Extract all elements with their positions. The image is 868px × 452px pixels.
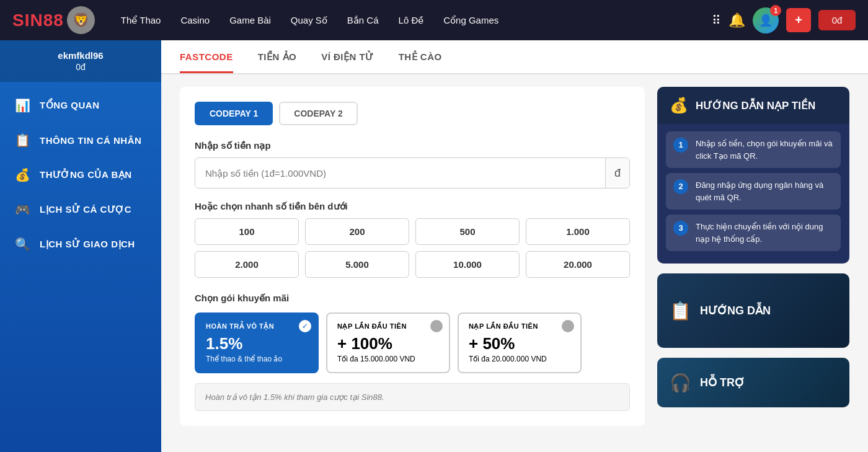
nav-item-cổnggames[interactable]: Cổng Games — [442, 12, 500, 29]
bell-icon[interactable]: 🔔 — [728, 12, 745, 29]
nav-item-gamebài[interactable]: Game Bài — [228, 12, 272, 29]
sidebar-icon: 🔍 — [15, 237, 31, 252]
nav-item-thểthao[interactable]: Thể Thao — [120, 12, 162, 29]
sidebar-username: ekmfkdl96 — [12, 50, 149, 61]
sidebar-icon: 🎮 — [15, 202, 31, 217]
avatar-badge: 1 — [770, 5, 781, 16]
amount-btn-100[interactable]: 100 — [195, 218, 299, 245]
guide2-title: HƯỚNG DẪN — [700, 304, 771, 317]
main-nav: Thể ThaoCasinoGame BàiQuay SốBắn CáLô Đề… — [120, 12, 500, 29]
payment-tab-thẻcào[interactable]: THẺ CÀO — [399, 40, 442, 73]
codepay-tab-codepay1[interactable]: CODEPAY 1 — [195, 102, 273, 125]
logo-lion-icon: 🦁 — [67, 6, 95, 34]
amount-btn-500[interactable]: 500 — [415, 218, 520, 245]
promo-check-1 — [430, 320, 443, 332]
amount-btn-200[interactable]: 200 — [305, 218, 409, 245]
nav-item-casino[interactable]: Casino — [179, 12, 211, 29]
payment-tab-tiềnảo[interactable]: TIỀN ẢO — [258, 40, 297, 73]
promo-cards: ✓ HOÀN TRẢ VÔ TẬN 1.5% Thể thao & thể th… — [195, 312, 630, 373]
step-text-1: Đăng nhập ứng dụng ngân hàng và quét mã … — [696, 179, 833, 203]
amount-label: Nhập số tiền nạp — [195, 140, 630, 151]
guide3-icon: 🎧 — [670, 373, 691, 393]
sidebar-item-lịchsửgiaodịch[interactable]: 🔍 LỊCH SỬ GIAO DỊCH — [0, 227, 161, 262]
amount-btn-2.000[interactable]: 2.000 — [195, 251, 299, 278]
sidebar-icon: 💰 — [15, 167, 31, 182]
form-area: CODEPAY 1CODEPAY 2 Nhập số tiền nạp đ Ho… — [180, 87, 645, 426]
nav-item-lôđề[interactable]: Lô Đề — [397, 12, 425, 29]
main-layout: ekmfkdl96 0đ 📊 TỔNG QUAN📋 THÔNG TIN CÁ N… — [0, 40, 868, 452]
promo-card-2[interactable]: NẠP LẦN ĐẦU TIÊN + 50% Tối đa 20.000.000… — [458, 312, 582, 373]
promo-percent-2: + 50% — [469, 334, 570, 353]
amount-btn-10.000[interactable]: 10.000 — [415, 251, 520, 278]
promo-note: Hoàn trả vô tận 1.5% khi tham gia cược t… — [195, 383, 630, 411]
guide-steps: 1 Nhập số tiền, chọn gói khuyến mãi và c… — [657, 124, 849, 264]
promo-card-1[interactable]: NẠP LẦN ĐẦU TIÊN + 100% Tối đa 15.000.00… — [326, 312, 450, 373]
guide-step-0: 1 Nhập số tiền, chọn gói khuyến mãi và c… — [666, 131, 841, 168]
sidebar-item-thôngtincánhân[interactable]: 📋 THÔNG TIN CÁ NHÂN — [0, 123, 161, 157]
balance-button[interactable]: 0đ — [818, 10, 856, 30]
currency-symbol: đ — [605, 158, 629, 188]
sidebar-icon: 📊 — [15, 98, 31, 113]
quick-amounts: 1002005001.0002.0005.00010.00020.000 — [195, 218, 630, 278]
content-area: FASTCODETIỀN ẢOVÍ ĐIỆN TỬTHẺ CÀO CODEPAY… — [161, 40, 868, 452]
guide-step-2: 3 Thực hiện chuyển tiền với nội dung nạp… — [666, 215, 841, 251]
promo-tag-0: HOÀN TRẢ VÔ TẬN — [206, 322, 308, 330]
amount-btn-5.000[interactable]: 5.000 — [305, 251, 409, 278]
right-panel: 💰 HƯỚNG DẪN NẠP TIỀN 1 Nhập số tiền, chọ… — [657, 87, 849, 426]
step-num-1: 2 — [673, 179, 688, 194]
step-text-0: Nhập số tiền, chọn gói khuyến mãi và cli… — [696, 138, 833, 162]
sidebar-label: THÔNG TIN CÁ NHÂN — [40, 135, 141, 146]
sidebar-item-tổngquan[interactable]: 📊 TỔNG QUAN — [0, 88, 161, 123]
amount-input-wrap: đ — [195, 157, 630, 188]
guide3-title: HỖ TRỢ — [700, 376, 745, 389]
header-right: ⠿ 🔔 👤 1 + 0đ — [712, 7, 856, 33]
promo-tag-2: NẠP LẦN ĐẦU TIÊN — [469, 322, 570, 330]
sidebar-label: LỊCH SỬ CÁ CƯỢC — [40, 204, 131, 215]
grid-icon[interactable]: ⠿ — [712, 13, 721, 28]
promo-check-0: ✓ — [299, 320, 311, 332]
guide-card2[interactable]: 📋 HƯỚNG DẪN — [657, 273, 849, 348]
promo-percent-1: + 100% — [337, 334, 439, 353]
guide-header: 💰 HƯỚNG DẪN NẠP TIỀN — [657, 87, 849, 124]
promo-label: Chọn gói khuyến mãi — [195, 293, 630, 304]
sidebar-label: TỔNG QUAN — [40, 100, 100, 111]
payment-tab-fastcode[interactable]: FASTCODE — [180, 40, 233, 73]
quick-label: Hoặc chọn nhanh số tiền bên dưới — [195, 201, 630, 212]
amount-btn-1.000[interactable]: 1.000 — [526, 218, 630, 245]
amount-btn-20.000[interactable]: 20.000 — [526, 251, 630, 278]
content-body: CODEPAY 1CODEPAY 2 Nhập số tiền nạp đ Ho… — [161, 74, 868, 438]
promo-check-2 — [562, 320, 574, 332]
nav-item-bắncá[interactable]: Bắn Cá — [346, 12, 380, 29]
amount-input[interactable] — [195, 159, 605, 187]
guide-card3[interactable]: 🎧 HỖ TRỢ — [657, 358, 849, 407]
promo-card-0[interactable]: ✓ HOÀN TRẢ VÔ TẬN 1.5% Thể thao & thể th… — [195, 312, 319, 373]
avatar-wrap[interactable]: 👤 1 — [753, 7, 779, 33]
step-text-2: Thực hiện chuyển tiền với nội dung nạp h… — [696, 221, 833, 245]
promo-percent-0: 1.5% — [206, 334, 308, 353]
step-num-0: 1 — [673, 138, 688, 153]
promo-desc-2: Tối đa 20.000.000 VND — [469, 355, 570, 363]
guide-icon: 💰 — [670, 97, 688, 114]
payment-tabs: FASTCODETIỀN ẢOVÍ ĐIỆN TỬTHẺ CÀO — [161, 40, 868, 74]
header: SIN88 🦁 Thể ThaoCasinoGame BàiQuay SốBắn… — [0, 0, 868, 40]
guide-card: 💰 HƯỚNG DẪN NẠP TIỀN 1 Nhập số tiền, chọ… — [657, 87, 849, 264]
codepay-tab-codepay2[interactable]: CODEPAY 2 — [279, 102, 357, 125]
promo-tag-1: NẠP LẦN ĐẦU TIÊN — [337, 322, 439, 330]
nav-item-quaysố[interactable]: Quay Số — [290, 12, 329, 29]
codepay-tabs: CODEPAY 1CODEPAY 2 — [195, 102, 630, 125]
promo-desc-1: Tối đa 15.000.000 VND — [337, 355, 439, 363]
sidebar-item-lịchsửcácược[interactable]: 🎮 LỊCH SỬ CÁ CƯỢC — [0, 192, 161, 227]
sidebar-user: ekmfkdl96 0đ — [0, 40, 161, 82]
sidebar-item-thưởngcủabạn[interactable]: 💰 THƯỞNG CỦA BẠN — [0, 157, 161, 192]
add-funds-button[interactable]: + — [786, 8, 811, 32]
sidebar-icon: 📋 — [15, 133, 31, 148]
guide-step-1: 2 Đăng nhập ứng dụng ngân hàng và quét m… — [666, 173, 841, 210]
logo[interactable]: SIN88 🦁 — [12, 6, 95, 34]
payment-tab-víđiệntử[interactable]: VÍ ĐIỆN TỬ — [321, 40, 374, 73]
promo-desc-0: Thể thao & thể thao ảo — [206, 355, 308, 363]
sidebar-label: THƯỞNG CỦA BẠN — [40, 169, 132, 180]
logo-text: SIN88 — [12, 11, 64, 30]
sidebar: ekmfkdl96 0đ 📊 TỔNG QUAN📋 THÔNG TIN CÁ N… — [0, 40, 161, 452]
guide-title: HƯỚNG DẪN NẠP TIỀN — [696, 99, 815, 112]
guide2-icon: 📋 — [670, 301, 691, 321]
